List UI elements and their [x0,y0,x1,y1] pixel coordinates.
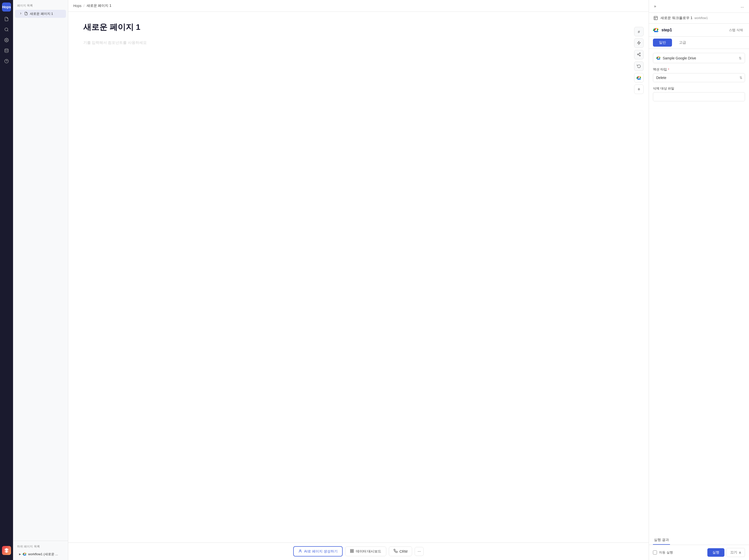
bottom-more-button[interactable]: ··· [415,547,424,556]
action-type-select[interactable]: Delete Upload Create Move Copy [653,73,745,82]
lightning-toolbar-button[interactable] [634,38,644,48]
crm-btn-label: CRM [400,550,408,554]
crm-icon [393,549,398,554]
breadcrumb-separator: / [84,4,85,8]
close-button[interactable]: 끄기 ∧ [726,548,745,557]
sidebar-item-page1[interactable]: 새로운 페이지 1 [15,10,66,18]
search-nav-button[interactable] [2,25,11,34]
panel-header: » ... [649,0,749,13]
tab-general[interactable]: 일반 [653,39,672,47]
ai-generate-button[interactable]: AI로 페이지 생성하기 [293,546,343,557]
history-icon [637,64,641,69]
step-row: step1 스텝 삭제 [649,24,749,37]
page-input-placeholder[interactable]: 기를 입력해서 컴포넌트를 사용하세요 [83,40,634,45]
result-tab-row: 실행 결과 [649,533,749,545]
share-icon [637,52,641,57]
service-selector[interactable]: Sample Google Drive ⇅ [653,53,745,63]
sidebar-workflow-item[interactable]: ▶ workflow1 (새로운 ... [17,550,64,558]
help-nav-button[interactable] [2,57,11,66]
bottom-bar: AI로 페이지 생성하기 데이터 대시보드 CRM ··· [68,542,649,560]
sidebar-header: 페이지 목록 [13,0,68,10]
step-name: step1 [661,28,672,32]
svg-point-2 [6,40,7,41]
delete-file-group: 삭제 대상 파일 [653,86,745,101]
page-icon2 [24,12,28,16]
action-type-select-wrapper: Delete Upload Create Move Copy ⇅ [653,73,745,82]
page-icon [19,12,22,16]
dashboard-icon [350,549,354,554]
add-icon: + [637,87,640,92]
auto-run-label: 자동 실행 [659,550,673,555]
brand-logo[interactable] [2,546,11,555]
main-area: Hops / 새로운 페이지 1 새로운 페이지 1 기를 입력해서 컴포넌트를… [68,0,649,560]
panel-footer: 자동 실행 실행 끄기 ∧ [649,545,749,560]
panel-more-button[interactable]: ... [740,3,745,9]
gdrive-toolbar-button[interactable] [634,73,644,83]
icon-bar: Hops [0,0,13,560]
service-selector-arrows-icon: ⇅ [739,56,742,60]
more-icon: ··· [418,549,421,554]
sidebar-bottom-header: 하위 페이지 목록 [17,544,64,549]
step-gdrive-icon [653,27,659,33]
svg-point-9 [639,55,640,56]
svg-rect-15 [350,551,352,553]
svg-point-12 [300,550,301,551]
close-btn-label: 끄기 [730,550,737,555]
workflow-panel-icon [653,15,659,21]
svg-rect-14 [352,550,354,551]
svg-point-7 [639,53,640,54]
svg-point-8 [637,54,638,55]
breadcrumb-parent[interactable]: Hops [73,4,82,8]
svg-point-3 [5,49,8,50]
page-content: 새로운 페이지 1 기를 입력해서 컴포넌트를 사용하세요 # [68,12,649,542]
breadcrumb: Hops / 새로운 페이지 1 [68,0,649,12]
settings-nav-button[interactable] [2,36,11,45]
service-gdrive-icon [656,55,661,61]
page-title: 새로운 페이지 1 [83,22,634,33]
svg-rect-17 [654,16,658,20]
hash-toolbar-button[interactable]: # [634,27,644,36]
workflow-name: 새로운 워크플로우 1 [661,16,692,20]
workflow-gdrive-icon [23,552,27,557]
delete-file-label: 삭제 대상 파일 [653,86,745,91]
svg-line-11 [638,53,640,54]
tabs-row: 일반 고급 [649,37,749,49]
result-tab[interactable]: 실행 결과 [653,536,670,545]
breadcrumb-current: 새로운 페이지 1 [87,3,112,8]
document-nav-button[interactable] [2,15,11,24]
ai-icon [298,549,302,554]
workflow-chevron-icon: ▶ [19,553,21,556]
svg-rect-16 [352,551,354,553]
svg-line-1 [7,30,8,31]
run-button[interactable]: 실행 [707,548,724,557]
service-selector-group: Sample Google Drive ⇅ [653,53,745,63]
gdrive-toolbar-icon [636,75,641,81]
panel-body: Sample Google Drive ⇅ 액션 타입 * Delete Upl… [649,49,749,533]
action-type-label: 액션 타입 * [653,67,745,72]
sidebar: 페이지 목록 새로운 페이지 1 하위 페이지 목록 ▶ workflow1 (… [13,0,68,560]
workflow-id: workflow1 [694,16,708,20]
delete-file-input[interactable] [653,92,745,101]
svg-point-0 [5,28,8,31]
action-type-group: 액션 타입 * Delete Upload Create Move Copy ⇅ [653,67,745,82]
database-nav-button[interactable] [2,46,11,55]
panel-collapse-button[interactable]: » [653,3,657,9]
add-toolbar-button[interactable]: + [634,85,644,94]
svg-rect-13 [350,550,352,551]
history-toolbar-button[interactable] [634,62,644,71]
workflow-item-label: workflow1 (새로운 ... [28,552,58,557]
dashboard-btn-label: 데이터 대시보드 [356,549,382,554]
tab-advanced[interactable]: 고급 [673,39,692,47]
crm-button[interactable]: CRM [389,546,412,556]
share-toolbar-button[interactable] [634,50,644,60]
hash-icon: # [638,29,640,34]
auto-run-checkbox[interactable] [653,551,657,555]
home-button[interactable]: Hops [2,2,11,12]
ai-btn-label: AI로 페이지 생성하기 [304,549,338,554]
svg-line-10 [638,54,640,55]
sidebar-page-label: 새로운 페이지 1 [30,12,53,16]
step-delete-button[interactable]: 스텝 삭제 [727,27,745,33]
dashboard-button[interactable]: 데이터 대시보드 [345,546,386,556]
svg-marker-6 [637,41,640,44]
right-panel: » ... 새로운 워크플로우 1 workflow1 [649,0,749,560]
